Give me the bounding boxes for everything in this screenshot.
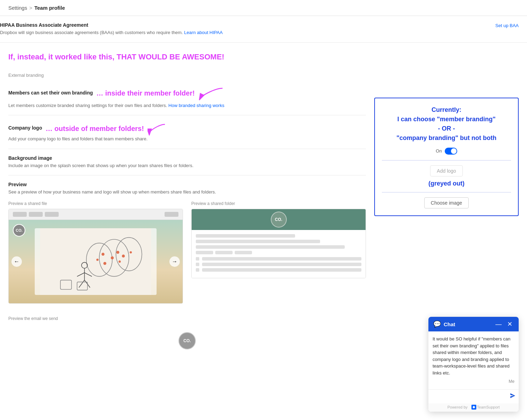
email-co-badge: CO. bbox=[178, 332, 196, 349]
preview-grid: Preview a shared file bbox=[8, 201, 366, 304]
svg-point-15 bbox=[119, 260, 121, 262]
folder-preview-mock: CO. bbox=[191, 209, 366, 278]
chat-title: Chat bbox=[444, 321, 491, 327]
preview-file-label: Preview a shared file bbox=[8, 201, 183, 206]
svg-point-17 bbox=[97, 258, 99, 261]
chat-message: It would be SO helpful if "members can s… bbox=[433, 336, 515, 363]
nav-prev-button[interactable]: ← bbox=[11, 256, 22, 267]
folder-row-3 bbox=[196, 245, 345, 249]
breadcrumb-separator: > bbox=[29, 5, 32, 11]
preview-folder-card: Preview a shared folder CO. bbox=[191, 201, 366, 304]
hipaa-section: HIPAA Business Associate Agreement Dropb… bbox=[0, 16, 527, 43]
preview-section: Preview See a preview of how your busine… bbox=[8, 175, 366, 310]
folder-list-text-2 bbox=[202, 263, 361, 266]
blue-box: Currently: I can choose "member branding… bbox=[374, 98, 519, 216]
preview-desc: See a preview of how your business name … bbox=[8, 189, 366, 196]
browser-bar bbox=[9, 209, 183, 220]
background-image-section: Background image Include an image on the… bbox=[8, 149, 366, 176]
nav-next-button[interactable]: → bbox=[169, 256, 180, 267]
svg-point-14 bbox=[111, 256, 114, 260]
chat-minimize-button[interactable]: — bbox=[494, 321, 503, 328]
breadcrumb-current: Team profile bbox=[34, 5, 65, 11]
folder-list-icon-2 bbox=[196, 263, 199, 266]
hipaa-info: HIPAA Business Associate Agreement Dropb… bbox=[0, 22, 495, 36]
folder-list-item-3 bbox=[196, 268, 361, 272]
folder-list-item-2 bbox=[196, 263, 361, 266]
browser-btn-right bbox=[165, 212, 178, 217]
svg-rect-0 bbox=[40, 228, 151, 295]
announcement-text: If, instead, it worked like this, THAT W… bbox=[8, 52, 224, 61]
browser-btn-3 bbox=[45, 212, 59, 217]
members-branding-section: Members can set their own branding … ins… bbox=[8, 79, 366, 116]
preview-file-card: Preview a shared file bbox=[8, 201, 183, 304]
breadcrumb: Settings > Team profile bbox=[0, 0, 527, 16]
arrow-icon bbox=[198, 85, 226, 102]
browser-btn-1 bbox=[13, 212, 27, 217]
blue-box-btn-row: Add logo (greyed out) bbox=[382, 165, 511, 187]
members-branding-toggle[interactable] bbox=[445, 148, 457, 155]
folder-action-row bbox=[196, 251, 361, 254]
email-preview-section: Preview the email we send CO. bbox=[8, 310, 366, 363]
preview-title: Preview bbox=[8, 182, 366, 187]
folder-body bbox=[192, 230, 366, 278]
chat-header: 💬 Chat — ✕ bbox=[428, 317, 519, 331]
folder-list-item-1 bbox=[196, 257, 361, 261]
svg-point-18 bbox=[103, 262, 107, 265]
left-column: External branding Members can set their … bbox=[0, 71, 374, 363]
company-logo-title: Company logo bbox=[8, 125, 42, 131]
folder-action-3 bbox=[235, 251, 252, 254]
background-image-title: Background image bbox=[8, 155, 366, 161]
setup-baa-link[interactable]: Set up BAA bbox=[495, 23, 519, 28]
company-outside-label: … outside of member folders! bbox=[45, 125, 144, 133]
blue-box-toggle-label: On bbox=[436, 148, 442, 154]
co-badge-file: CO. bbox=[13, 224, 25, 237]
svg-point-16 bbox=[102, 253, 105, 256]
breadcrumb-settings[interactable]: Settings bbox=[8, 5, 27, 11]
file-preview-body: CO. ← → bbox=[9, 220, 183, 303]
members-branding-title: Members can set their own branding bbox=[8, 90, 93, 96]
background-image-desc: Include an image on the splash screen th… bbox=[8, 162, 366, 169]
choose-image-row: Choose image bbox=[382, 197, 511, 208]
folder-list-icon-3 bbox=[196, 268, 199, 272]
members-inside-label: … inside their member folder! bbox=[97, 89, 195, 97]
chat-body: It would be SO helpful if "members can s… bbox=[428, 331, 519, 363]
folder-list-text-1 bbox=[202, 257, 361, 261]
company-logo-section: Company logo … outside of member folders… bbox=[8, 115, 366, 149]
browser-btn-2 bbox=[29, 212, 43, 217]
add-logo-button[interactable]: Add logo bbox=[430, 165, 462, 176]
svg-point-19 bbox=[130, 251, 132, 253]
email-preview-label: Preview the email we send bbox=[8, 316, 366, 321]
co-badge-folder: CO. bbox=[271, 212, 287, 228]
company-logo-desc: Add your company logo to files and folde… bbox=[8, 135, 366, 142]
svg-point-13 bbox=[122, 254, 125, 257]
hipaa-link[interactable]: Learn about HIPAA bbox=[184, 30, 223, 35]
folder-list-icon-1 bbox=[196, 257, 199, 261]
email-mock: CO. bbox=[8, 325, 366, 356]
company-arrow-icon bbox=[148, 122, 168, 135]
branded-sharing-link[interactable]: How branded sharing works bbox=[168, 103, 224, 108]
folder-header: CO. bbox=[192, 209, 366, 230]
choose-image-button[interactable]: Choose image bbox=[424, 197, 469, 208]
hipaa-desc: Dropbox will sign business associate agr… bbox=[0, 29, 495, 36]
folder-row-1 bbox=[196, 234, 295, 238]
external-branding-label: External branding bbox=[8, 73, 366, 78]
chat-widget: 💬 Chat — ✕ It would be SO helpful if "me… bbox=[428, 317, 519, 363]
blue-box-toggle-row: On bbox=[382, 148, 511, 155]
greyed-out-label: (greyed out) bbox=[428, 180, 465, 187]
folder-action-1 bbox=[196, 251, 213, 254]
toggle-knob bbox=[451, 148, 457, 154]
folder-list-text-3 bbox=[202, 268, 361, 272]
folder-action-2 bbox=[215, 251, 233, 254]
preview-folder-label: Preview a shared folder bbox=[191, 201, 366, 206]
members-branding-desc: Let members customize branded sharing se… bbox=[8, 102, 366, 109]
announcement-banner: If, instead, it worked like this, THAT W… bbox=[0, 48, 527, 66]
hipaa-title: HIPAA Business Associate Agreement bbox=[0, 22, 495, 28]
illustration-svg bbox=[35, 228, 157, 295]
company-logo-info: Company logo … outside of member folders… bbox=[8, 122, 366, 142]
preview-file-mock: CO. ← → bbox=[8, 209, 183, 304]
chat-icon: 💬 bbox=[433, 320, 441, 328]
chat-close-button[interactable]: ✕ bbox=[506, 320, 514, 328]
blue-box-title: Currently: I can choose "member branding… bbox=[382, 105, 511, 143]
svg-point-12 bbox=[116, 251, 119, 254]
folder-row-2 bbox=[196, 240, 320, 243]
